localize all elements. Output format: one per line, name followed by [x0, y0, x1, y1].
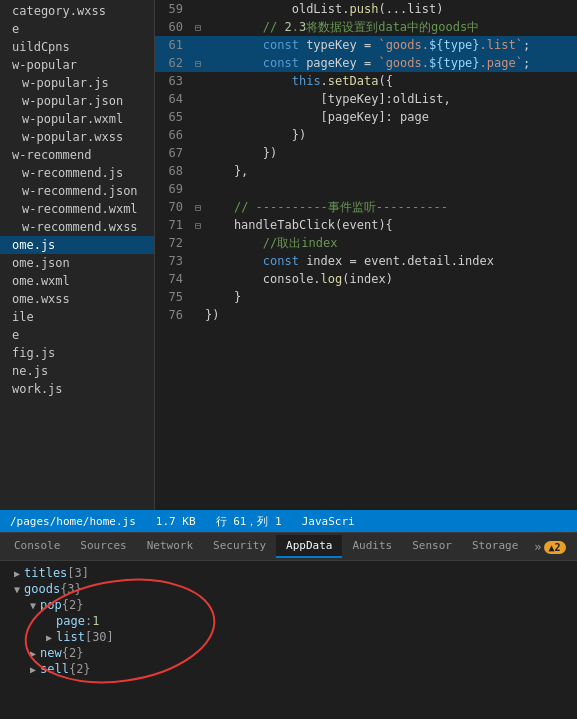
- code-line-61: 61 const typeKey = `goods.${type}.list`;: [155, 36, 577, 54]
- line-content: },: [205, 164, 577, 178]
- line-content: console.log(index): [205, 272, 577, 286]
- code-line-74: 74 console.log(index): [155, 270, 577, 288]
- fold-icon[interactable]: ⊟: [191, 58, 205, 69]
- sidebar-item-home-js[interactable]: ome.js: [0, 236, 154, 254]
- file-size: 1.7 KB: [156, 515, 196, 528]
- tree-key: list: [56, 630, 85, 644]
- devtools-tab-audits[interactable]: Audits: [342, 535, 402, 558]
- devtools-tab-more[interactable]: »▲2: [528, 536, 571, 558]
- tree-type: {2}: [62, 646, 84, 660]
- devtools-tab-sensor[interactable]: Sensor: [402, 535, 462, 558]
- devtools-panel: ConsoleSourcesNetworkSecurityAppDataAudi…: [0, 532, 577, 719]
- tree-item-page[interactable]: page : 1: [0, 613, 577, 629]
- line-number: 63: [155, 74, 191, 88]
- sidebar-item-w-recommend-label[interactable]: w-recommend: [0, 146, 154, 164]
- line-number: 61: [155, 38, 191, 52]
- tree-key: titles: [24, 566, 67, 580]
- sidebar-item-w-popular-json[interactable]: w-popular.json: [0, 92, 154, 110]
- line-number: 64: [155, 92, 191, 106]
- sidebar-item-w-popular-wxss[interactable]: w-popular.wxss: [0, 128, 154, 146]
- tree-arrow[interactable]: ▼: [26, 600, 40, 611]
- cursor-position: 行 61，列 1: [216, 514, 282, 529]
- code-lines: 59 oldList.push(...list)60⊟ // 2.3将数据设置到…: [155, 0, 577, 324]
- line-content: }): [205, 146, 577, 160]
- sidebar-item-buildcpns[interactable]: uildCpns: [0, 38, 154, 56]
- sidebar-item-me-js[interactable]: ne.js: [0, 362, 154, 380]
- sidebar-item-fig-js[interactable]: fig.js: [0, 344, 154, 362]
- sidebar-item-w-recommend-wxml[interactable]: w-recommend.wxml: [0, 200, 154, 218]
- tree-item-titles[interactable]: ▶titles [3]: [0, 565, 577, 581]
- devtools-tab-sources[interactable]: Sources: [70, 535, 136, 558]
- code-line-64: 64 [typeKey]:oldList,: [155, 90, 577, 108]
- tree-item-new[interactable]: ▶new {2}: [0, 645, 577, 661]
- sidebar-item-w-popular-js[interactable]: w-popular.js: [0, 74, 154, 92]
- code-line-63: 63 this.setData({: [155, 72, 577, 90]
- line-content: }): [205, 128, 577, 142]
- sidebar-item-file-e[interactable]: e: [0, 20, 154, 38]
- tree-type: [3]: [67, 566, 89, 580]
- code-line-59: 59 oldList.push(...list): [155, 0, 577, 18]
- sidebar-item-w-popular-wxml[interactable]: w-popular.wxml: [0, 110, 154, 128]
- tree-arrow[interactable]: ▶: [26, 648, 40, 659]
- code-line-72: 72 //取出index: [155, 234, 577, 252]
- sidebar-item-w-popular-label[interactable]: w-popular: [0, 56, 154, 74]
- line-content: const index = event.detail.index: [205, 254, 577, 268]
- devtools-tab-console[interactable]: Console: [4, 535, 70, 558]
- sidebar-item-w-recommend-wxss[interactable]: w-recommend.wxss: [0, 218, 154, 236]
- sidebar-item-work-js[interactable]: work.js: [0, 380, 154, 398]
- line-content: }: [205, 290, 577, 304]
- devtools-tab-appdata[interactable]: AppData: [276, 535, 342, 558]
- devtools-tab-network[interactable]: Network: [137, 535, 203, 558]
- tree-item-sell[interactable]: ▶sell {2}: [0, 661, 577, 677]
- tree-item-pop[interactable]: ▼pop {2}: [0, 597, 577, 613]
- tree-arrow[interactable]: ▶: [42, 632, 56, 643]
- code-line-70: 70⊟ // ----------事件监听----------: [155, 198, 577, 216]
- line-content: }): [205, 308, 577, 322]
- fold-icon[interactable]: ⊟: [191, 22, 205, 33]
- tree-value: 1: [92, 614, 99, 628]
- status-bar: /pages/home/home.js 1.7 KB 行 61，列 1 Java…: [0, 510, 577, 532]
- sidebar-item-home-json[interactable]: ome.json: [0, 254, 154, 272]
- line-content: handleTabClick(event){: [205, 218, 577, 232]
- fold-icon[interactable]: ⊟: [191, 202, 205, 213]
- sidebar-item-home-wxss[interactable]: ome.wxss: [0, 290, 154, 308]
- sidebar-item-home-wxml[interactable]: ome.wxml: [0, 272, 154, 290]
- tree-arrow[interactable]: ▼: [10, 584, 24, 595]
- code-line-65: 65 [pageKey]: page: [155, 108, 577, 126]
- line-content: [pageKey]: page: [205, 110, 577, 124]
- line-content: // 2.3将数据设置到data中的goods中: [205, 19, 577, 36]
- line-number: 59: [155, 2, 191, 16]
- language-mode: JavaScri: [302, 515, 355, 528]
- sidebar-item-w-recommend-json[interactable]: w-recommend.json: [0, 182, 154, 200]
- tree-item-list[interactable]: ▶list [30]: [0, 629, 577, 645]
- devtools-tab-security[interactable]: Security: [203, 535, 276, 558]
- line-number: 76: [155, 308, 191, 322]
- tree-type: {2}: [62, 598, 84, 612]
- code-line-76: 76}): [155, 306, 577, 324]
- line-number: 65: [155, 110, 191, 124]
- tree-type: {2}: [69, 662, 91, 676]
- sidebar-item-category-wxss[interactable]: category.wxss: [0, 2, 154, 20]
- devtools-options[interactable]: ⋮: [572, 536, 577, 558]
- devtools-tab-storage[interactable]: Storage: [462, 535, 528, 558]
- editor-area: category.wxsseuildCpnsw-popularw-popular…: [0, 0, 577, 510]
- line-number: 66: [155, 128, 191, 142]
- sidebar-item-file-ile[interactable]: ile: [0, 308, 154, 326]
- tree-arrow[interactable]: ▶: [10, 568, 24, 579]
- tree-item-goods[interactable]: ▼goods {3}: [0, 581, 577, 597]
- line-number: 67: [155, 146, 191, 160]
- line-content: const typeKey = `goods.${type}.list`;: [205, 38, 577, 52]
- code-line-66: 66 }): [155, 126, 577, 144]
- code-editor: 59 oldList.push(...list)60⊟ // 2.3将数据设置到…: [155, 0, 577, 510]
- sidebar-item-file-e2[interactable]: e: [0, 326, 154, 344]
- devtools-content: ▶titles [3]▼goods {3}▼pop {2}page : 1▶li…: [0, 561, 577, 719]
- tree-arrow[interactable]: ▶: [26, 664, 40, 675]
- code-line-68: 68 },: [155, 162, 577, 180]
- line-content: const pageKey = `goods.${type}.page`;: [205, 56, 577, 70]
- tree-key: goods: [24, 582, 60, 596]
- line-number: 73: [155, 254, 191, 268]
- fold-icon[interactable]: ⊟: [191, 220, 205, 231]
- code-line-73: 73 const index = event.detail.index: [155, 252, 577, 270]
- line-number: 69: [155, 182, 191, 196]
- sidebar-item-w-recommend-js[interactable]: w-recommend.js: [0, 164, 154, 182]
